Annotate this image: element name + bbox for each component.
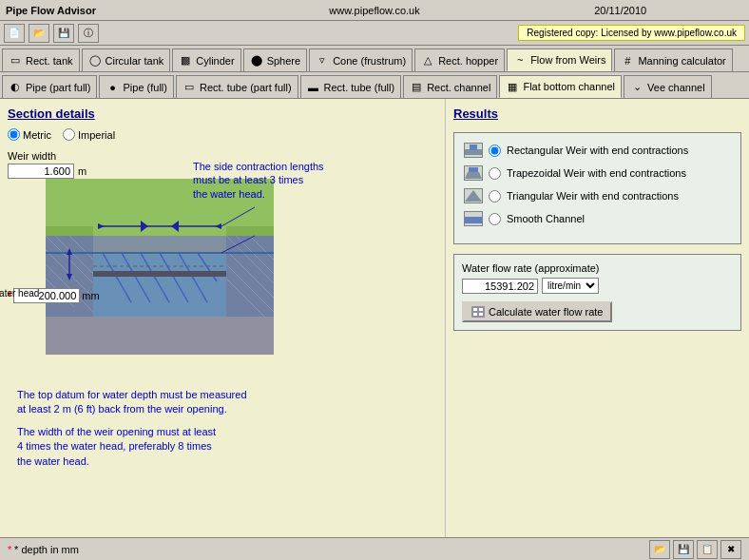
side-contraction-note: The side contraction lengths must be at … xyxy=(193,160,345,201)
results-title: Results xyxy=(453,106,741,121)
title-bar: Pipe Flow Advisor www.pipeflow.co.uk 20/… xyxy=(0,0,749,21)
tab-rect-channel[interactable]: ▤ Rect. channel xyxy=(403,75,497,98)
circular-tank-icon: ◯ xyxy=(88,54,102,68)
svg-rect-49 xyxy=(473,313,477,316)
tab-cylinder[interactable]: ▩ Cylinder xyxy=(172,48,240,71)
rect-tube-part-icon: ▭ xyxy=(182,81,196,94)
weir-icon-3 xyxy=(464,211,483,226)
flow-rate-section: Water flow rate (approximate) litre/min … xyxy=(453,254,741,331)
section-title: Section details xyxy=(8,106,437,121)
tab-pipe-full[interactable]: ● Pipe (full) xyxy=(99,75,173,98)
main-content: Section details Metric Imperial Weir wid… xyxy=(0,99,749,537)
weir-option-0-radio[interactable] xyxy=(489,145,501,157)
app-title: Pipe Flow Advisor xyxy=(6,5,252,16)
metric-radio-label[interactable]: Metric xyxy=(8,128,51,141)
status-save-btn[interactable]: 💾 xyxy=(673,540,694,559)
rect-tank-icon: ▭ xyxy=(9,54,22,68)
result-option-1: Trapezoidal Weir with end contractions xyxy=(464,165,731,181)
flow-rate-row: litre/min m³/h m³/s gal/min xyxy=(462,278,733,294)
tab-circular-tank[interactable]: ◯ Circular tank xyxy=(82,48,171,71)
status-exit-btn[interactable]: ✖ xyxy=(720,540,741,559)
status-saveas-btn[interactable]: 📋 xyxy=(697,540,718,559)
result-option-2: Triangular Weir with end contractions xyxy=(464,188,731,203)
pipe-part-full-icon: ◐ xyxy=(9,81,22,94)
right-panel: Results Rectangular Weir with end contra… xyxy=(445,99,749,537)
tab-sphere[interactable]: ⬤ Sphere xyxy=(243,48,307,71)
weir-option-3-radio[interactable] xyxy=(489,213,501,225)
pipe-full-icon: ● xyxy=(106,81,119,94)
weir-option-2-radio[interactable] xyxy=(489,190,501,203)
unit-radio-group: Metric Imperial xyxy=(8,128,437,141)
flow-rate-label: Water flow rate (approximate) xyxy=(462,262,733,274)
rect-channel-icon: ▤ xyxy=(410,81,423,94)
weir-icon-1 xyxy=(464,165,483,181)
unit-select[interactable]: litre/min m³/h m³/s gal/min xyxy=(542,278,599,294)
diagram-container: Weir width m xyxy=(8,150,416,369)
tab-rect-tank[interactable]: ▭ Rect. tank xyxy=(2,48,80,71)
sphere-icon: ⬤ xyxy=(250,54,263,68)
weir-option-0-label: Rectangular Weir with end contractions xyxy=(507,145,688,156)
svg-rect-47 xyxy=(473,308,477,311)
weir-option-3-label: Smooth Channel xyxy=(507,213,585,224)
tab-rect-tube-part[interactable]: ▭ Rect. tube (part full) xyxy=(176,75,298,98)
tab-flat-bottom-channel[interactable]: ▦ Flat bottom channel xyxy=(499,75,622,98)
svg-rect-29 xyxy=(226,226,274,236)
tab-flow-from-weirs[interactable]: ~ Flow from Weirs xyxy=(507,48,612,71)
imperial-radio[interactable] xyxy=(63,128,75,141)
svg-rect-45 xyxy=(465,217,482,223)
weir-width-row: Weir width xyxy=(8,150,74,162)
top-datum-note: The top datum for water depth must be me… xyxy=(17,388,437,417)
weir-diagram xyxy=(46,179,274,355)
weir-icon-0 xyxy=(464,143,483,158)
weir-option-1-radio[interactable] xyxy=(489,167,501,180)
weir-width-input-row: m xyxy=(8,164,86,179)
left-panel: Section details Metric Imperial Weir wid… xyxy=(0,99,445,537)
rect-tube-full-icon: ▬ xyxy=(307,81,320,94)
svg-rect-26 xyxy=(93,271,226,277)
weir-option-1-label: Trapezoidal Weir with end contractions xyxy=(507,167,686,179)
rect-hopper-icon: △ xyxy=(421,54,434,68)
tab-rect-hopper[interactable]: △ Rect. hopper xyxy=(414,48,505,71)
water-head-row: * mm Water head xyxy=(8,288,100,299)
results-box: Rectangular Weir with end contractions T… xyxy=(453,132,741,244)
status-open-btn[interactable]: 📂 xyxy=(649,540,670,559)
website-url: www.pipeflow.co.uk xyxy=(252,5,498,16)
result-option-0: Rectangular Weir with end contractions xyxy=(464,143,731,158)
tab-vee-channel[interactable]: ⌄ Vee channel xyxy=(624,75,712,98)
tab-pipe-part-full[interactable]: ◐ Pipe (part full) xyxy=(2,75,97,98)
water-head-unit: mm xyxy=(82,290,99,301)
status-text: * * depth in mm xyxy=(8,544,79,555)
svg-rect-41 xyxy=(470,145,477,150)
metric-radio[interactable] xyxy=(8,128,20,141)
cone-icon: ▿ xyxy=(316,54,329,68)
svg-rect-43 xyxy=(469,167,478,172)
calculate-label: Calculate water flow rate xyxy=(489,306,603,318)
tab-cone[interactable]: ▿ Cone (frustrum) xyxy=(309,48,413,71)
toolbar-info-btn[interactable]: ⓘ xyxy=(78,24,99,43)
toolbar-new-btn[interactable]: 📄 xyxy=(4,24,25,43)
weir-width-input[interactable] xyxy=(8,164,74,179)
svg-rect-28 xyxy=(46,226,93,236)
svg-marker-42 xyxy=(465,172,482,179)
svg-rect-48 xyxy=(479,308,483,311)
registered-notice: Registered copy: Licensed by www.pipeflo… xyxy=(518,25,745,41)
result-option-3: Smooth Channel xyxy=(464,211,731,226)
weir-icon: ~ xyxy=(513,53,527,67)
weir-icon-2 xyxy=(464,188,483,203)
date-display: 20/11/2010 xyxy=(497,5,743,16)
weir-width-unit: m xyxy=(78,165,86,177)
imperial-radio-label[interactable]: Imperial xyxy=(63,128,115,141)
tab-row-2: ◐ Pipe (part full) ● Pipe (full) ▭ Rect.… xyxy=(0,72,749,99)
svg-marker-44 xyxy=(465,190,482,202)
toolbar-save-btn[interactable]: 💾 xyxy=(53,24,74,43)
status-buttons: 📂 💾 📋 ✖ xyxy=(649,540,741,559)
weir-option-2-label: Triangular Weir with end contractions xyxy=(507,190,679,202)
vee-channel-icon: ⌄ xyxy=(630,81,643,94)
tab-manning[interactable]: # Manning calculator xyxy=(614,48,732,71)
status-bar: * * depth in mm 📂 💾 📋 ✖ xyxy=(0,537,749,560)
calculate-button[interactable]: Calculate water flow rate xyxy=(462,301,612,322)
flow-rate-input[interactable] xyxy=(462,279,538,294)
bottom-notes: The top datum for water depth must be me… xyxy=(17,388,437,469)
tab-rect-tube-full[interactable]: ▬ Rect. tube (full) xyxy=(300,75,402,98)
toolbar-open-btn[interactable]: 📂 xyxy=(29,24,49,43)
